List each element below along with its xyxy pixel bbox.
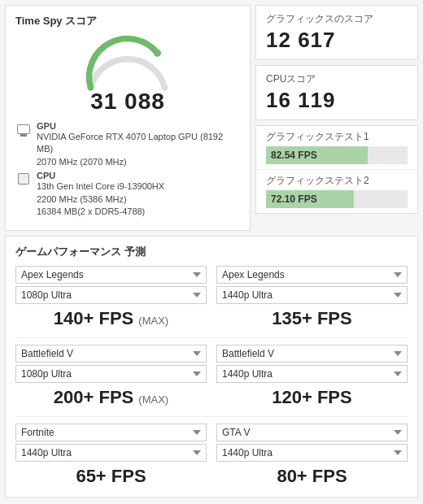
cpu-info-row: CPU 13th Gen Intel Core i9-13900HX 2200 …	[15, 171, 240, 218]
apex-res-select-left[interactable]: 1080p Ultra	[15, 286, 207, 304]
gaming-item-bf-1080: Battlefield V 1080p Ultra 200+ FPS (MAX)	[15, 345, 207, 410]
test2-bar: 72.10 FPS	[266, 190, 408, 208]
test1-title: グラフィックステスト1	[266, 130, 408, 144]
bf-fps-right: 120+ FPS	[216, 387, 408, 408]
right-panels: グラフィックスのスコア 12 617 CPUスコア 16 119 グラフィックス…	[255, 5, 418, 231]
gaming-item-bf-1440: Battlefield V 1440p Ultra 120+ FPS	[216, 345, 408, 410]
fortnite-res-select[interactable]: 1440p Ultra	[15, 444, 207, 462]
graphics-score-title: グラフィックスのスコア	[266, 12, 408, 26]
benchmark-test1: グラフィックステスト1 82.54 FPS	[256, 126, 417, 170]
gaming-grid: Apex Legends 1080p Ultra 140+ FPS (MAX) …	[15, 266, 408, 489]
cpu-details: CPU 13th Gen Intel Core i9-13900HX 2200 …	[37, 171, 164, 218]
bf-res-select-left[interactable]: 1080p Ultra	[15, 365, 207, 383]
ram-info: 16384 MB(2 x DDR5-4788)	[37, 206, 164, 218]
test2-fps: 72.10 FPS	[271, 193, 317, 205]
gpu-label: GPU	[37, 121, 56, 131]
benchmark-details: グラフィックステスト1 82.54 FPS グラフィックステスト2 72.10 …	[255, 125, 418, 214]
apex-fps-right: 135+ FPS	[216, 308, 408, 329]
gaming-panel: ゲームパフォーマンス 予測 Apex Legends 1080p Ultra 1…	[5, 236, 418, 497]
system-info: GPU NVIDIA GeForce RTX 4070 Laptop GPU (…	[15, 121, 240, 218]
gpu-name: NVIDIA GeForce RTX 4070 Laptop GPU (8192…	[37, 131, 240, 156]
gtav-fps: 80+ FPS	[216, 466, 408, 487]
cpu-score-value: 16 119	[266, 88, 408, 113]
apex-res-select-right[interactable]: 1440p Ultra	[216, 286, 408, 304]
bf-game-select-right[interactable]: Battlefield V	[216, 345, 408, 363]
cpu-label: CPU	[37, 171, 55, 180]
gpu-icon	[15, 121, 32, 137]
divider-2	[15, 416, 408, 417]
divider-1	[15, 337, 408, 338]
test1-bar: 82.54 FPS	[266, 146, 408, 164]
gpu-details: GPU NVIDIA GeForce RTX 4070 Laptop GPU (…	[37, 121, 240, 168]
gpu-clock: 2070 MHz (2070 MHz)	[37, 156, 240, 168]
timespy-title: Time Spy スコア	[15, 14, 240, 28]
gpu-info-row: GPU NVIDIA GeForce RTX 4070 Laptop GPU (…	[15, 121, 240, 168]
apex-game-select-left[interactable]: Apex Legends	[15, 266, 207, 284]
cpu-score-title: CPUスコア	[266, 72, 408, 86]
apex-fps-left: 140+ FPS (MAX)	[15, 308, 207, 329]
gauge-score: 31 088	[90, 89, 165, 115]
apex-game-select-right[interactable]: Apex Legends	[216, 266, 408, 284]
cpu-name: 13th Gen Intel Core i9-13900HX	[37, 180, 164, 193]
graphics-score-card: グラフィックスのスコア 12 617	[255, 5, 418, 60]
gaming-title: ゲームパフォーマンス 予測	[15, 245, 408, 259]
benchmark-test2: グラフィックステスト2 72.10 FPS	[256, 170, 417, 213]
bf-fps-left: 200+ FPS (MAX)	[15, 387, 207, 408]
svg-point-0	[154, 50, 161, 57]
gaming-item-fortnite: Fortnite 1440p Ultra 65+ FPS	[15, 424, 207, 489]
gtav-res-select[interactable]: 1440p Ultra	[216, 444, 408, 462]
graphics-score-value: 12 617	[266, 28, 408, 53]
gaming-item-gtav: GTA V 1440p Ultra 80+ FPS	[216, 424, 408, 489]
gtav-game-select[interactable]: GTA V	[216, 424, 408, 441]
test1-fps: 82.54 FPS	[271, 150, 317, 161]
main-container: Time Spy スコア 31 088	[0, 0, 423, 502]
gaming-item-apex-1440: Apex Legends 1440p Ultra 135+ FPS	[216, 266, 408, 331]
cpu-clock: 2200 MHz (5386 MHz)	[37, 193, 164, 206]
cpu-score-card: CPUスコア 16 119	[255, 65, 418, 120]
fortnite-fps: 65+ FPS	[15, 466, 207, 487]
gaming-item-apex-1080: Apex Legends 1080p Ultra 140+ FPS (MAX)	[15, 266, 207, 331]
bf-res-select-right[interactable]: 1440p Ultra	[216, 365, 408, 383]
test2-title: グラフィックステスト2	[266, 174, 408, 188]
cpu-icon	[15, 171, 32, 187]
bf-game-select-left[interactable]: Battlefield V	[15, 345, 207, 363]
gauge-container: 31 088	[63, 33, 193, 115]
gauge-svg	[63, 33, 193, 95]
fortnite-game-select[interactable]: Fortnite	[15, 424, 207, 441]
timespy-panel: Time Spy スコア 31 088	[5, 5, 251, 231]
top-row: Time Spy スコア 31 088	[5, 5, 418, 231]
